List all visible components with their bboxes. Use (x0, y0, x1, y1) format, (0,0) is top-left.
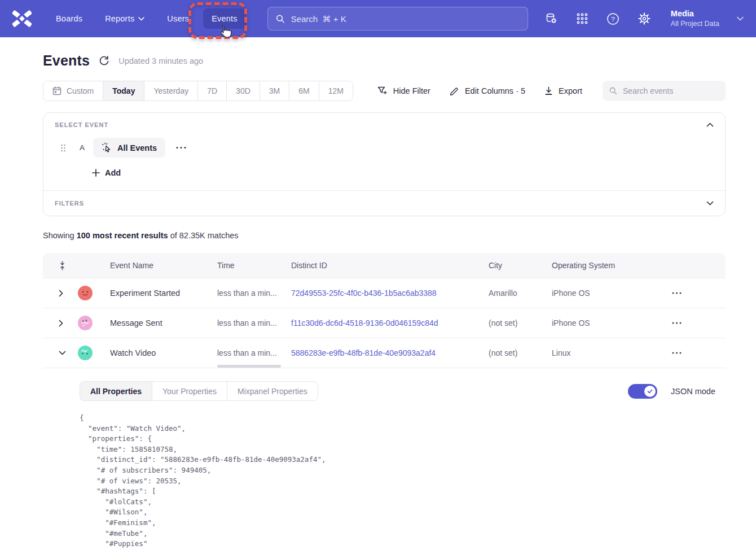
tab-all-properties[interactable]: All Properties (80, 382, 152, 400)
results-summary-suffix: of 82.35K matches (168, 231, 239, 240)
horizontal-scrollbar[interactable] (217, 365, 281, 368)
export-button[interactable]: Export (544, 86, 582, 95)
event-time: less than a min... (208, 289, 282, 298)
properties-tabs: All Properties Your Properties Mixpanel … (80, 381, 318, 401)
sort-arrows-icon (59, 261, 66, 270)
json-mode-toggle[interactable] (628, 384, 657, 399)
refresh-button[interactable] (99, 55, 109, 66)
date-range-12m[interactable]: 12M (319, 81, 353, 101)
event-avatar (78, 286, 93, 300)
distinct-id-link[interactable]: f11c30d6-dc6d-4518-9136-0d046159c84d (282, 318, 479, 328)
pencil-icon (450, 86, 459, 96)
edit-columns-button[interactable]: Edit Columns · 5 (450, 86, 525, 96)
mixpanel-logo-icon[interactable] (12, 10, 32, 27)
chevron-up-icon (706, 123, 714, 127)
expand-filters-button[interactable] (706, 201, 714, 206)
drag-handle-icon[interactable] (60, 144, 66, 152)
ellipsis-icon (672, 352, 682, 354)
events-table: Event Name Time Distinct ID City Operati… (43, 253, 726, 550)
updated-timestamp: Updated 3 minutes ago (118, 56, 203, 66)
select-event-label: SELECT EVENT (55, 121, 108, 128)
tab-mixpanel-properties[interactable]: Mixpanel Properties (227, 382, 318, 400)
chevron-down-icon (706, 201, 714, 206)
event-avatar (78, 346, 93, 360)
funnel-plus-icon (377, 86, 388, 96)
project-selector[interactable]: Media All Project Data (671, 8, 719, 28)
date-range-yesterday[interactable]: Yesterday (144, 81, 198, 101)
sort-order-button[interactable] (43, 261, 68, 270)
date-range-30d[interactable]: 30D (227, 81, 260, 101)
table-row-expanded: Watch Video less than a min... 5886283e-… (43, 338, 726, 368)
date-range-today[interactable]: Today (103, 81, 144, 101)
collapse-section-button[interactable] (706, 123, 714, 127)
event-more-options-button[interactable] (175, 146, 187, 149)
event-selector-chip[interactable]: All Events (93, 138, 165, 158)
event-os: iPhone OS (542, 289, 661, 298)
apps-grid-icon[interactable] (575, 11, 590, 26)
expand-row-button[interactable] (43, 290, 68, 297)
data-management-icon[interactable] (544, 11, 559, 26)
add-event-button[interactable]: Add (92, 168, 121, 177)
date-range-custom[interactable]: Custom (43, 81, 103, 101)
tab-your-properties[interactable]: Your Properties (152, 382, 227, 400)
column-header-event-name[interactable]: Event Name (100, 261, 208, 270)
plus-icon (92, 169, 100, 177)
nav-item-events[interactable]: Events (203, 8, 246, 29)
event-json-viewer: { "event": "Watch Video", "properties": … (80, 413, 715, 550)
hide-filter-button[interactable]: Hide Filter (377, 86, 430, 96)
event-name: Watch Video (100, 348, 208, 357)
column-header-distinct-id[interactable]: Distinct ID (282, 261, 479, 270)
nav-item-users[interactable]: Users (159, 8, 197, 29)
ellipsis-icon (175, 146, 187, 149)
event-os: iPhone OS (542, 318, 661, 328)
global-search[interactable] (267, 7, 528, 30)
toggle-knob (644, 386, 656, 397)
distinct-id-link[interactable]: 5886283e-e9fb-48fb-81de-40e9093a2af4 (282, 348, 479, 357)
nav-item-boards[interactable]: Boards (47, 8, 91, 29)
expand-row-button[interactable] (43, 320, 68, 327)
table-row: Experiment Started less than a min... 72… (43, 278, 726, 308)
step-letter: A (80, 143, 85, 152)
filters-label: FILTERS (55, 200, 84, 207)
event-city: Amarillo (479, 289, 542, 298)
event-name: Message Sent (100, 318, 208, 328)
event-time: less than a min... (208, 318, 282, 328)
event-time: less than a min... (208, 348, 282, 357)
global-search-input[interactable] (291, 14, 520, 24)
row-more-options-button[interactable] (661, 352, 726, 354)
settings-gear-icon[interactable] (637, 11, 652, 26)
search-events-input[interactable] (623, 86, 719, 95)
results-summary: Showing 100 most recent results of 82.35… (43, 231, 726, 240)
event-os: Linux (542, 348, 661, 357)
edit-columns-label: Edit Columns · 5 (465, 86, 525, 95)
svg-text:?: ? (612, 15, 615, 22)
help-icon[interactable]: ? (606, 11, 621, 26)
date-range-3m[interactable]: 3M (260, 81, 289, 101)
table-row: Message Sent less than a min... f11c30d6… (43, 308, 726, 338)
date-range-6m[interactable]: 6M (289, 81, 319, 101)
json-mode-label: JSON mode (671, 387, 715, 396)
column-header-city[interactable]: City (479, 261, 542, 270)
results-summary-prefix: Showing (43, 231, 77, 240)
chevron-down-icon (138, 17, 144, 21)
date-range-7d[interactable]: 7D (198, 81, 227, 101)
results-summary-highlight: 100 most recent results (77, 231, 168, 240)
checkmark-icon (647, 388, 653, 395)
search-events-box[interactable] (603, 81, 726, 101)
chevron-right-icon (59, 290, 63, 297)
collapse-row-button[interactable] (43, 351, 68, 355)
hide-filter-label: Hide Filter (393, 86, 430, 95)
column-header-os[interactable]: Operating System (542, 261, 661, 270)
calendar-icon (52, 86, 61, 95)
export-label: Export (559, 86, 582, 95)
row-more-options-button[interactable] (661, 322, 726, 324)
project-scope: All Project Data (671, 19, 719, 28)
date-range-picker: Custom Today Yesterday 7D 30D 3M 6M 12M (43, 81, 353, 101)
distinct-id-link[interactable]: 72d49553-25fc-4f0c-b436-1b5ac6ab3388 (282, 289, 479, 298)
nav-item-reports[interactable]: Reports (96, 8, 153, 29)
row-more-options-button[interactable] (661, 292, 726, 294)
download-icon (544, 86, 553, 95)
event-name: Experiment Started (100, 289, 208, 298)
table-header: Event Name Time Distinct ID City Operati… (43, 253, 726, 278)
column-header-time[interactable]: Time (208, 261, 282, 270)
